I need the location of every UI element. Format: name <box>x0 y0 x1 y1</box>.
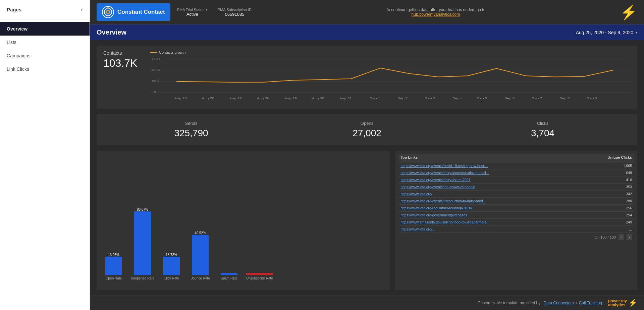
clicks-label: Clicks <box>537 121 549 126</box>
sends-stat: Sends 325,790 <box>103 121 279 139</box>
opens-value: 27,002 <box>353 128 381 139</box>
table-row: https://www.idfa.org/events/dairy-forum-… <box>398 176 634 184</box>
date-arrow-icon: ▾ <box>635 30 637 35</box>
link-url[interactable]: https://www.idfa.org/events/introduction… <box>400 199 486 203</box>
bar-open-rate: 13.93% Open Rate <box>102 253 125 280</box>
link-url[interactable]: https://www.idfa.org/events/dairy-forum-… <box>400 178 470 182</box>
unopened-rate-name: Unopened Rate <box>131 276 154 280</box>
sidebar-item-lists[interactable]: Lists <box>0 36 90 49</box>
svg-text:Sep 6: Sep 6 <box>504 97 515 100</box>
top-links-col-header: Top Links <box>400 155 418 159</box>
svg-point-1 <box>104 8 112 16</box>
dashboard: Contacts 103.7K Contacts growth 150K 100… <box>90 40 644 296</box>
legend-line-icon <box>150 52 157 53</box>
link-clicks: 254 <box>619 213 632 217</box>
link-clicks: 280 <box>619 199 632 203</box>
link-url[interactable]: https://www.idfa.org/... <box>400 227 435 231</box>
bar-click-rate: 13.72% Click Rate <box>160 253 183 280</box>
brand-bolt-icon: ⚡ <box>628 299 637 307</box>
bottom-row: 13.93% Open Rate 86.07% Unopened Rate 13… <box>97 151 637 290</box>
data-connectors-link[interactable]: Data Connectors <box>544 301 574 305</box>
brand-analytics-text: analytics <box>608 303 627 307</box>
table-row: https://www.idfa.org/...... <box>398 226 634 233</box>
table-row: https://www.idfa.org/events/covid-19-tes… <box>398 162 634 169</box>
link-url[interactable]: https://www.idfa.org/governmentpurchases <box>400 213 467 217</box>
sidebar-title: Pages <box>7 7 21 12</box>
spam-rate-name: Spam Rate <box>221 276 237 280</box>
pagination-prev-button[interactable]: ‹ <box>619 234 624 240</box>
sidebar-nav: Overview Lists Campaigns Link Clicks <box>0 19 90 76</box>
trial-status-group: PMA Trial Status ▾ Active <box>177 7 208 17</box>
constant-contact-icon <box>102 6 114 18</box>
sidebar-toggle-button[interactable]: ‹ <box>81 6 83 13</box>
status-area: PMA Trial Status ▾ Active PMA Subscripti… <box>177 7 252 17</box>
open-rate-bar <box>105 257 122 275</box>
link-url[interactable]: https://www.idfa.org/events/covid-19-tes… <box>400 164 488 168</box>
link-clicks: 1,065 <box>619 164 632 168</box>
sidebar-item-link-clicks[interactable]: Link Clicks <box>0 62 90 76</box>
click-rate-label: 13.72% <box>166 253 177 257</box>
bounce-rate-name: Bounce Rate <box>191 276 210 280</box>
svg-text:Aug 29: Aug 29 <box>284 97 297 100</box>
unsubscribe-rate-name: Unsubscribe Rate <box>246 276 273 280</box>
top-links-section: Top Links Unique Clicks https://www.idfa… <box>395 151 637 290</box>
svg-text:Aug 25: Aug 25 <box>174 97 187 100</box>
table-row: https://www.idfa.org/regulatory-roundup-… <box>398 205 634 212</box>
link-clicks: 410 <box>619 178 632 182</box>
click-rate-name: Click Rate <box>164 276 179 280</box>
chart-legend: Contacts growth <box>150 50 631 54</box>
unopened-rate-bar <box>134 211 151 275</box>
svg-text:Sep 3: Sep 3 <box>425 97 435 100</box>
link-url[interactable]: https://www.idfa.org/ <box>400 192 432 196</box>
table-row: https://www.idfa.org/governmentpurchases… <box>398 212 634 219</box>
sidebar-item-campaigns[interactable]: Campaigns <box>0 49 90 62</box>
call-tracking-link[interactable]: Call Tracking <box>579 301 602 305</box>
svg-text:Aug 26: Aug 26 <box>202 97 214 100</box>
contacts-chart-row: Contacts 103.7K Contacts growth 150K 100… <box>97 46 637 109</box>
unsubscribe-rate-bar <box>246 273 273 275</box>
link-clicks: ... <box>619 227 632 231</box>
sidebar-header: Pages ‹ <box>0 0 90 19</box>
spam-rate-bar <box>221 273 237 275</box>
link-clicks: 256 <box>619 206 632 210</box>
clicks-stat: Clicks 3,704 <box>455 121 631 139</box>
overview-bar: Overview Aug 25, 2020 - Sep 9, 2020 ▾ <box>90 24 644 40</box>
link-url[interactable]: https://www.idfa.org/events/the-power-of… <box>400 185 475 189</box>
subscription-id-value: 06591085 <box>225 12 245 17</box>
bounce-rate-bar <box>192 235 209 275</box>
pagination-next-button[interactable]: › <box>627 234 632 240</box>
sidebar-item-overview[interactable]: Overview <box>0 22 90 36</box>
link-url[interactable]: https://www.idfa.org/regulatory-roundup-… <box>400 206 472 210</box>
bounce-rate-label: 40.52% <box>195 231 206 235</box>
footer-links: Data Connectors + Call Tracking <box>544 301 602 305</box>
svg-text:50K: 50K <box>152 80 159 83</box>
footer-plus: + <box>575 301 578 305</box>
footer-template-text: Customizable template provided by: <box>478 301 542 305</box>
trial-link[interactable]: hub.powermyanalytics.com <box>412 12 460 17</box>
pagination-row: 1 - 100 / 100 ‹ › <box>398 233 634 242</box>
click-rate-bar <box>163 257 180 275</box>
svg-text:Sep 1: Sep 1 <box>370 97 380 100</box>
bar-spam-rate: Spam Rate <box>217 273 241 280</box>
footer-brand: power my analytics ⚡ <box>608 299 637 307</box>
trial-status-value: Active <box>186 12 198 17</box>
open-rate-label: 13.93% <box>108 253 119 257</box>
subscription-id-label: PMA Subscription ID <box>218 8 252 12</box>
bar-unsubscribe-rate: Unsubscribe Rate <box>246 273 273 280</box>
svg-text:Sep 2: Sep 2 <box>397 97 408 100</box>
bar-chart-section: 13.93% Open Rate 86.07% Unopened Rate 13… <box>97 151 390 290</box>
link-url[interactable]: https://www.ams.usda.gov/selling-food-to… <box>400 220 489 224</box>
date-range-selector[interactable]: Aug 25, 2020 - Sep 9, 2020 ▾ <box>576 30 637 35</box>
svg-text:Sep 5: Sep 5 <box>477 97 487 100</box>
svg-text:100K: 100K <box>151 68 160 71</box>
contacts-growth-chart: 150K 100K 50K 0 Aug 25 Aug 26 Aug 27 Aug… <box>150 56 631 103</box>
opens-label: Opens <box>361 121 373 126</box>
logo-text: Constant Contact <box>117 9 165 15</box>
overview-title: Overview <box>97 29 126 36</box>
opens-stat: Opens 27,002 <box>279 121 455 139</box>
link-clicks: 649 <box>619 171 632 175</box>
link-url[interactable]: https://www.idfa.org/events/dairy-innova… <box>400 171 489 175</box>
sidebar: Pages ‹ Overview Lists Campaigns Link Cl… <box>0 0 90 310</box>
unopened-rate-label: 86.07% <box>137 208 148 211</box>
contacts-section: Contacts 103.7K <box>103 50 150 69</box>
